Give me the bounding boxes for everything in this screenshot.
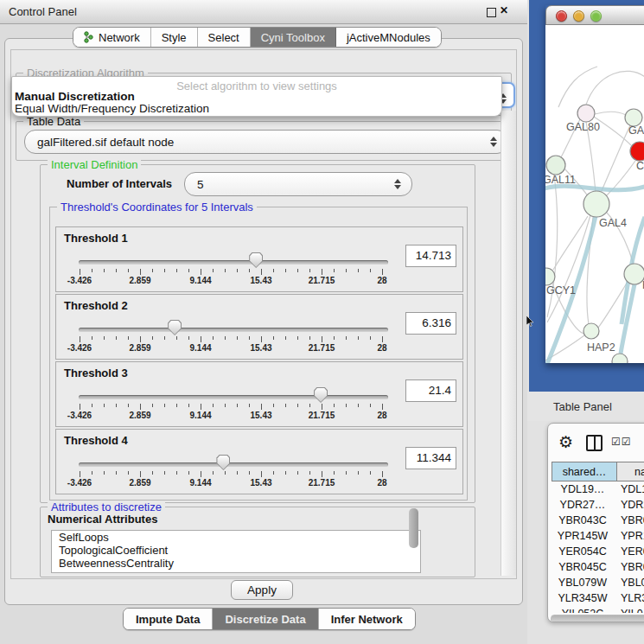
slider-thumb[interactable] bbox=[216, 455, 230, 470]
table-row[interactable]: YIL052CYIL0 bbox=[552, 606, 644, 613]
attributes-list-scrollbar[interactable] bbox=[409, 508, 418, 548]
tab-impute-data[interactable]: Impute Data bbox=[124, 609, 213, 629]
tab-jactivemnodules[interactable]: jActiveMNodules bbox=[336, 28, 441, 47]
slider-tick bbox=[176, 471, 177, 475]
table-row[interactable]: YDR27…YDR2 bbox=[552, 497, 644, 513]
network-node[interactable] bbox=[612, 354, 628, 363]
slider-tick-label: 28 bbox=[365, 478, 399, 488]
slider-track[interactable] bbox=[79, 462, 388, 467]
slider-tick bbox=[370, 269, 371, 272]
threshold-value-field[interactable]: 6.316 bbox=[405, 312, 456, 335]
attribute-list-item[interactable]: SelfLoops bbox=[52, 531, 420, 544]
table-panel-header: Table Panel bbox=[527, 392, 644, 421]
slider-tick bbox=[358, 269, 359, 272]
slider-thumb[interactable] bbox=[168, 320, 182, 335]
tab-cyni-toolbox[interactable]: Cyni Toolbox bbox=[251, 28, 336, 47]
interval-definition-group: Interval Definition Number of Intervals … bbox=[40, 164, 475, 503]
slider-tick-label: 28 bbox=[365, 343, 399, 353]
network-canvas[interactable]: GAL80GACGAL11GAL4GCY1HHAP2 bbox=[545, 25, 644, 363]
popup-item-manual-discretization[interactable]: Manual Discretization bbox=[15, 90, 135, 103]
network-edge[interactable] bbox=[586, 71, 644, 105]
network-node[interactable] bbox=[625, 109, 642, 126]
tab-discretize-data[interactable]: Discretize Data bbox=[213, 609, 318, 629]
table-data-combo[interactable]: galFiltered.sif default node bbox=[24, 130, 508, 154]
table-row[interactable]: YDL19…YDL1 bbox=[552, 481, 644, 497]
tab-style[interactable]: Style bbox=[151, 28, 198, 47]
threshold-value-field[interactable]: 14.713 bbox=[405, 245, 456, 267]
slider-tick bbox=[188, 336, 189, 340]
slider-track[interactable] bbox=[79, 328, 388, 332]
slider-tick bbox=[285, 404, 286, 407]
slider-track[interactable] bbox=[79, 395, 388, 399]
threshold-block: Threshold 1-3.4262.8599.14415.4321.71528… bbox=[55, 226, 463, 292]
slider-tick bbox=[309, 404, 310, 407]
slider-tick bbox=[261, 269, 262, 275]
slider-thumb[interactable] bbox=[314, 387, 328, 403]
network-window-titlebar[interactable] bbox=[545, 5, 644, 25]
slider-tick bbox=[273, 269, 274, 272]
attribute-list-item[interactable]: BetweennessCentrality bbox=[52, 557, 420, 570]
table-hscrollbar-thumb[interactable] bbox=[551, 615, 644, 622]
apply-button[interactable]: Apply bbox=[231, 580, 293, 600]
numerical-attributes-list[interactable]: SelfLoopsTopologicalCoefficientBetweenne… bbox=[51, 530, 421, 573]
tab-network[interactable]: Network bbox=[73, 28, 151, 47]
network-edge-highlighted[interactable] bbox=[545, 186, 644, 190]
cell-shared-name: YER054C bbox=[552, 544, 614, 559]
network-node-label: GAL4 bbox=[599, 217, 627, 229]
columns-icon[interactable] bbox=[586, 435, 603, 451]
slider-tick bbox=[164, 336, 165, 340]
minimize-traffic-light-icon[interactable] bbox=[573, 10, 584, 22]
network-node[interactable] bbox=[624, 264, 644, 284]
slider-thumb-face bbox=[250, 253, 262, 267]
tab-select[interactable]: Select bbox=[198, 28, 251, 47]
slider-track[interactable] bbox=[79, 260, 388, 265]
gear-icon[interactable]: ⚙ bbox=[558, 432, 573, 451]
table-row[interactable]: YBL079WYBL0 bbox=[552, 575, 644, 590]
threshold-value-field[interactable]: 21.4 bbox=[405, 379, 456, 402]
combo-value: 5 bbox=[185, 178, 391, 191]
table-row[interactable]: YPR145WYPR1 bbox=[552, 528, 644, 544]
float-window-icon[interactable] bbox=[487, 8, 496, 17]
slider-tick bbox=[116, 471, 117, 475]
threshold-label: Threshold 4 bbox=[64, 434, 128, 447]
tab-infer-network[interactable]: Infer Network bbox=[319, 609, 415, 629]
slider-tick bbox=[322, 471, 322, 477]
network-node[interactable] bbox=[630, 142, 644, 161]
table-row[interactable]: YER054CYER0 bbox=[552, 544, 644, 559]
slider-tick bbox=[249, 471, 250, 475]
network-edge[interactable] bbox=[601, 125, 630, 193]
close-traffic-light-icon[interactable] bbox=[556, 10, 567, 22]
network-node[interactable] bbox=[583, 323, 599, 339]
popup-item-equal-width-frequency[interactable]: Equal Width/Frequency Discretization bbox=[15, 102, 209, 115]
network-node[interactable] bbox=[583, 191, 609, 217]
table-row[interactable]: YLR345WYLR3 bbox=[552, 590, 644, 606]
number-of-intervals-combo[interactable]: 5 bbox=[184, 172, 412, 196]
zoom-traffic-light-icon[interactable] bbox=[590, 10, 602, 22]
table-row[interactable]: YBR045CYBR0 bbox=[552, 559, 644, 575]
network-edge[interactable] bbox=[558, 67, 597, 107]
slider-tick-label: 15.43 bbox=[244, 411, 278, 420]
slider-tick bbox=[92, 471, 92, 475]
slider-tick bbox=[346, 471, 347, 475]
slider-tick bbox=[358, 404, 359, 407]
network-edge[interactable] bbox=[595, 112, 626, 115]
close-icon[interactable]: ✕ bbox=[500, 4, 508, 16]
content-scrollbar-track[interactable] bbox=[501, 111, 516, 576]
table-row[interactable]: YBR043CYBR0 bbox=[552, 513, 644, 528]
slider-tick-label: 9.144 bbox=[183, 343, 218, 353]
slider-thumb[interactable] bbox=[249, 252, 263, 268]
network-node-label: C bbox=[636, 160, 644, 172]
network-node[interactable] bbox=[546, 156, 565, 175]
slider-tick bbox=[370, 471, 371, 475]
slider-tick bbox=[104, 336, 105, 340]
column-header-shared-name[interactable]: shared… bbox=[552, 462, 617, 481]
stepper-icon bbox=[391, 173, 405, 195]
checkboxes-icon[interactable]: ☑☑ bbox=[611, 436, 632, 448]
slider-tick-label: 2.859 bbox=[123, 411, 157, 420]
slider-tick bbox=[285, 336, 286, 340]
network-node[interactable] bbox=[577, 105, 595, 122]
attribute-list-item[interactable]: TopologicalCoefficient bbox=[52, 544, 420, 557]
column-header-name[interactable]: na bbox=[617, 462, 644, 481]
threshold-value-field[interactable]: 11.344 bbox=[405, 447, 456, 469]
slider-tick bbox=[309, 471, 310, 475]
